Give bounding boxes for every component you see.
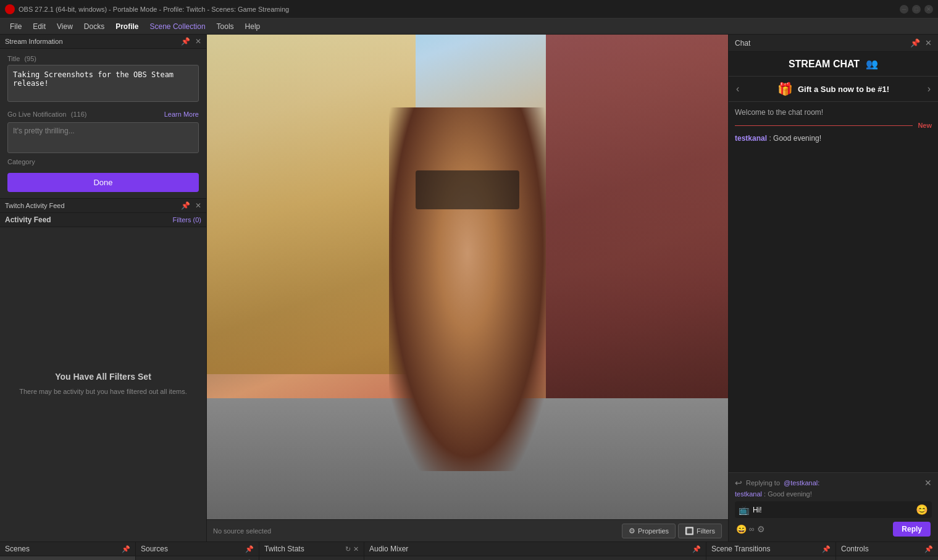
learn-more-link[interactable]: Learn More	[164, 111, 199, 118]
activity-feed-panel: Twitch Activity Feed 📌 ✕ Activity Feed F…	[0, 199, 206, 541]
bottom-bar: Scenes 📌 Main BRB Starting Soon Goodbye …	[0, 541, 938, 560]
chat-platform-icon: 📺	[739, 505, 749, 515]
chat-emote-icon[interactable]: 😄	[736, 524, 747, 534]
scene-item-main[interactable]: Main	[0, 556, 135, 560]
chat-messages-area: Welcome to the chat room! New testkanal …	[729, 102, 938, 472]
stream-info-close[interactable]: ✕	[195, 37, 201, 46]
filters-button-preview[interactable]: 🔳 Filters	[678, 524, 722, 538]
source-item-now-playing[interactable]: T Now Playing 👁 🔒	[136, 556, 259, 560]
chat-text-input[interactable]	[753, 506, 912, 514]
transitions-panel-header: Scene Transitions 📌	[706, 542, 835, 556]
menu-edit[interactable]: Edit	[28, 20, 51, 33]
stats-body: Stats 👤 Hover to view 🕐 Hover to view 📺 …	[259, 556, 364, 560]
activity-feed-body: You Have All Filters Set There may be ac…	[0, 227, 206, 541]
stats-panel-header: Twitch Stats ↻ ✕	[259, 542, 364, 556]
sources-panel-pin[interactable]: 📌	[245, 545, 254, 553]
chat-input-row: 📺 😊	[735, 501, 932, 518]
chat-message-text: : Good evening!	[769, 134, 821, 143]
activity-feed-pin[interactable]: 📌	[181, 201, 190, 210]
transitions-panel-title: Scene Transitions	[711, 545, 770, 553]
scenes-panel-header: Scenes 📌	[0, 542, 135, 556]
go-live-count: (116)	[71, 111, 87, 118]
menu-file[interactable]: File	[5, 20, 27, 33]
category-label: Category	[7, 158, 199, 165]
chat-username[interactable]: testkanal	[735, 134, 767, 143]
stream-title-input[interactable]: Taking Screenshots for the OBS Steam rel…	[7, 65, 199, 102]
audio-panel-pin[interactable]: 📌	[692, 545, 701, 553]
activity-feed-panel-title: Twitch Activity Feed	[5, 202, 65, 209]
source-list: T Now Playing 👁 🔒 📷 Webcam 👁 🔒 🖥 Display…	[136, 556, 259, 560]
gift-icon: 🎁	[777, 81, 793, 96]
audio-panel-title: Audio Mixer	[369, 545, 408, 553]
replying-username: @testkanal:	[784, 479, 819, 487]
scenes-panel-pin[interactable]: 📌	[122, 545, 130, 553]
banner-right-arrow[interactable]: ›	[928, 83, 931, 94]
preview-toolbar: No source selected ⚙ Properties 🔳 Filter…	[207, 519, 728, 541]
chat-pin-icon[interactable]: 📌	[910, 38, 920, 48]
preview-area: No source selected ⚙ Properties 🔳 Filter…	[207, 35, 728, 541]
reply-box: ↩ Replying to @testkanal: ✕ testkanal : …	[729, 472, 938, 541]
stream-info-pin[interactable]: 📌	[181, 37, 190, 46]
audio-mixer-panel: Audio Mixer 📌 Desktop Audio 0.0 dB	[364, 542, 706, 560]
preview-video	[207, 35, 728, 519]
activity-empty-desc: There may be activity but you have filte…	[19, 387, 186, 397]
controls-body: Stop Streaming Stop Recording ⏸ Start Vi…	[836, 556, 938, 560]
controls-panel-header: Controls 📌	[836, 542, 938, 556]
stream-info-panel: Stream Information 📌 ✕ Title (95) Taking…	[0, 35, 206, 199]
emoji-button[interactable]: 😊	[916, 504, 928, 516]
activity-empty-title: You Have All Filters Set	[55, 372, 151, 382]
infinity-icon: ∞	[749, 525, 755, 533]
audio-body: Desktop Audio 0.0 dB 🔊 ⚙	[364, 556, 706, 560]
menu-tools[interactable]: Tools	[212, 20, 239, 33]
menu-scene-collection[interactable]: Scene Collection	[145, 20, 211, 33]
properties-button[interactable]: ⚙ Properties	[622, 524, 676, 538]
reply-send-button[interactable]: Reply	[893, 522, 931, 537]
sources-panel-title: Sources	[141, 545, 168, 553]
sources-panel: Sources 📌 T Now Playing 👁 🔒 📷 Webcam 👁 🔒	[136, 542, 259, 560]
stats-panel-refresh[interactable]: ↻	[345, 545, 351, 553]
menu-help[interactable]: Help	[240, 20, 266, 33]
transitions-body: Fade ⚙ Duration ▲ ▼	[706, 556, 835, 560]
minimize-button[interactable]: ─	[900, 5, 908, 14]
app-icon	[5, 4, 15, 14]
title-field-label: Title (95)	[7, 55, 199, 62]
activity-feed-panel-header: Twitch Activity Feed 📌 ✕	[0, 199, 206, 213]
gear-icon: ⚙	[629, 527, 635, 535]
activity-feed-close[interactable]: ✕	[195, 201, 201, 210]
activity-feed-title: Activity Feed	[5, 215, 51, 224]
maximize-button[interactable]: □	[912, 5, 921, 14]
no-source-label: No source selected	[213, 527, 619, 535]
chat-header: Chat 📌 ✕	[729, 35, 938, 52]
title-bar: OBS 27.2.1 (64-bit, windows) - Portable …	[0, 0, 938, 19]
menu-docks[interactable]: Docks	[79, 20, 109, 33]
go-live-label: Go Live Notification	[7, 111, 66, 118]
controls-panel-pin[interactable]: 📌	[924, 545, 933, 553]
menu-view[interactable]: View	[52, 20, 78, 33]
stream-info-header: Stream Information 📌 ✕	[0, 35, 206, 49]
divider-line	[735, 125, 913, 126]
menu-profile[interactable]: Profile	[111, 20, 143, 33]
scenes-panel: Scenes 📌 Main BRB Starting Soon Goodbye …	[0, 542, 136, 560]
menu-bar: File Edit View Docks Profile Scene Colle…	[0, 19, 938, 35]
reply-preview-user: testkanal	[735, 490, 762, 498]
filter-icon: 🔳	[685, 527, 694, 535]
chat-header-title: Chat	[735, 39, 750, 48]
chat-panel: Chat 📌 ✕ STREAM CHAT 👥 ‹ 🎁 Gift a Sub no…	[728, 35, 938, 541]
notification-input[interactable]: It's pretty thrilling...	[7, 122, 199, 153]
chat-manage-icon[interactable]: 👥	[866, 58, 878, 70]
filters-button[interactable]: Filters (0)	[173, 216, 201, 224]
close-reply-button[interactable]: ✕	[924, 478, 932, 488]
banner-left-arrow[interactable]: ‹	[736, 83, 739, 94]
scene-list: Main BRB Starting Soon Goodbye Webcam We…	[0, 556, 135, 560]
chat-welcome-msg: Welcome to the chat room!	[735, 108, 932, 117]
stream-info-title: Stream Information	[5, 38, 63, 45]
audio-panel-header: Audio Mixer 📌	[364, 542, 706, 556]
chat-close-icon[interactable]: ✕	[925, 38, 932, 48]
stats-panel-close[interactable]: ✕	[353, 545, 359, 553]
sources-panel-header: Sources 📌	[136, 542, 259, 556]
close-button[interactable]: ✕	[924, 5, 933, 14]
transitions-panel-pin[interactable]: 📌	[822, 545, 831, 553]
new-badge: New	[918, 122, 932, 129]
chat-settings-icon[interactable]: ⚙	[757, 524, 765, 534]
done-button[interactable]: Done	[7, 173, 199, 192]
